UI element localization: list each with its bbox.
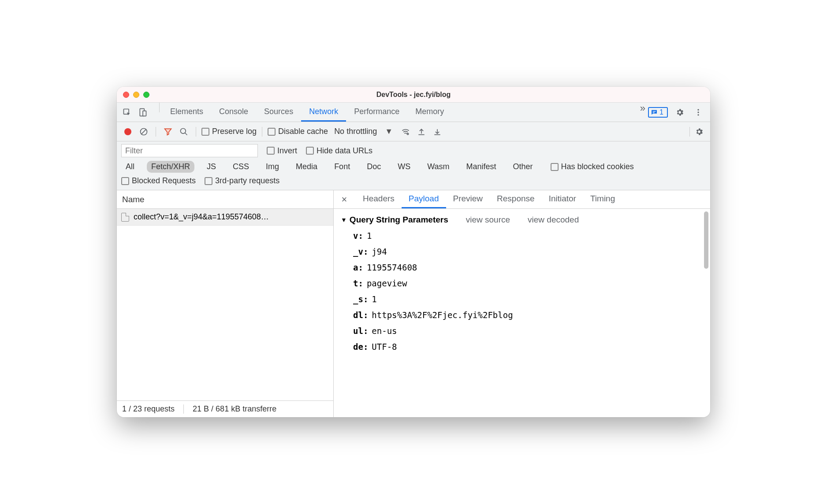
view-decoded-link[interactable]: view decoded bbox=[528, 215, 579, 225]
param-value: 1 bbox=[372, 294, 376, 304]
svg-line-9 bbox=[141, 129, 146, 134]
filter-icon[interactable] bbox=[161, 125, 175, 138]
third-party-checkbox[interactable]: 3rd-party requests bbox=[205, 176, 279, 185]
inspect-element-icon[interactable] bbox=[120, 106, 134, 119]
filter-type-wasm[interactable]: Wasm bbox=[423, 161, 454, 173]
divider bbox=[156, 127, 156, 137]
settings-icon[interactable] bbox=[673, 106, 686, 119]
export-har-icon[interactable] bbox=[431, 125, 444, 138]
chat-icon bbox=[651, 109, 658, 116]
query-param-row: _s:1 bbox=[353, 294, 703, 304]
query-param-row: t:pageview bbox=[353, 278, 703, 288]
record-button[interactable] bbox=[121, 125, 134, 138]
scrollbar[interactable] bbox=[704, 211, 708, 269]
payload-body: ▼ Query String Parameters view source vi… bbox=[334, 209, 710, 417]
maximize-window-button[interactable] bbox=[143, 92, 149, 98]
param-key: de: bbox=[353, 342, 368, 352]
param-value: j94 bbox=[372, 247, 387, 256]
filter-type-doc[interactable]: Doc bbox=[362, 161, 385, 173]
param-value: pageview bbox=[367, 278, 407, 288]
tab-console[interactable]: Console bbox=[211, 103, 256, 122]
divider bbox=[196, 127, 196, 137]
more-tabs-icon[interactable]: » bbox=[637, 103, 648, 122]
filter-type-js[interactable]: JS bbox=[202, 161, 220, 173]
network-settings-icon[interactable] bbox=[693, 125, 706, 138]
filter-type-fetch-xhr[interactable]: Fetch/XHR bbox=[147, 161, 194, 173]
filter-type-ws[interactable]: WS bbox=[393, 161, 415, 173]
param-value: 1 bbox=[367, 231, 372, 241]
minimize-window-button[interactable] bbox=[133, 92, 139, 98]
disclosure-triangle-icon: ▼ bbox=[341, 216, 347, 223]
clear-button[interactable] bbox=[137, 125, 150, 138]
svg-point-10 bbox=[181, 128, 186, 133]
main-tabbar: ElementsConsoleSourcesNetworkPerformance… bbox=[117, 103, 710, 122]
view-source-link[interactable]: view source bbox=[466, 215, 510, 225]
svg-rect-4 bbox=[653, 112, 655, 113]
tab-sources[interactable]: Sources bbox=[256, 103, 301, 122]
tab-performance[interactable]: Performance bbox=[346, 103, 407, 122]
kebab-menu-icon[interactable] bbox=[692, 106, 705, 119]
request-list: collect?v=1&_v=j94&a=1195574608… bbox=[117, 209, 333, 400]
param-key: v: bbox=[353, 231, 363, 241]
filter-type-img[interactable]: Img bbox=[261, 161, 283, 173]
detail-tab-response[interactable]: Response bbox=[490, 190, 542, 208]
divider bbox=[689, 127, 690, 137]
tab-elements[interactable]: Elements bbox=[162, 103, 211, 122]
param-value: en-us bbox=[372, 326, 397, 336]
filter-type-other[interactable]: Other bbox=[509, 161, 537, 173]
status-bar: 1 / 23 requests 21 B / 681 kB transferre bbox=[117, 400, 333, 417]
request-count: 1 / 23 requests bbox=[122, 404, 175, 414]
svg-line-11 bbox=[185, 133, 187, 135]
issues-count: 1 bbox=[659, 108, 663, 116]
filter-type-all[interactable]: All bbox=[121, 161, 139, 173]
network-content: Name collect?v=1&_v=j94&a=1195574608… 1 … bbox=[117, 190, 710, 417]
detail-tab-headers[interactable]: Headers bbox=[356, 190, 402, 208]
svg-point-12 bbox=[407, 133, 409, 135]
traffic-lights bbox=[123, 92, 149, 98]
import-har-icon[interactable] bbox=[415, 125, 428, 138]
file-icon bbox=[121, 213, 129, 222]
throttling-select[interactable]: No throttling ▼ bbox=[331, 127, 396, 136]
tab-memory[interactable]: Memory bbox=[407, 103, 452, 122]
filter-type-media[interactable]: Media bbox=[291, 161, 322, 173]
svg-rect-2 bbox=[143, 111, 146, 116]
hide-data-urls-checkbox[interactable]: Hide data URLs bbox=[306, 146, 373, 156]
search-icon[interactable] bbox=[177, 125, 190, 138]
query-param-row: ul:en-us bbox=[353, 326, 703, 336]
query-param-row: de:UTF-8 bbox=[353, 342, 703, 352]
close-detail-button[interactable]: × bbox=[336, 190, 352, 208]
filter-type-font[interactable]: Font bbox=[330, 161, 354, 173]
param-key: _v: bbox=[353, 247, 368, 256]
detail-tab-initiator[interactable]: Initiator bbox=[542, 190, 583, 208]
param-key: ul: bbox=[353, 326, 368, 336]
detail-tab-payload[interactable]: Payload bbox=[402, 190, 446, 208]
issues-badge[interactable]: 1 bbox=[648, 107, 668, 118]
filter-type-css[interactable]: CSS bbox=[228, 161, 253, 173]
close-window-button[interactable] bbox=[123, 92, 129, 98]
disable-cache-checkbox[interactable]: Disable cache bbox=[268, 127, 328, 136]
request-detail-pane: × HeadersPayloadPreviewResponseInitiator… bbox=[334, 190, 710, 417]
query-params-section-toggle[interactable]: ▼ Query String Parameters bbox=[341, 215, 448, 225]
tab-network[interactable]: Network bbox=[301, 103, 346, 122]
request-row[interactable]: collect?v=1&_v=j94&a=1195574608… bbox=[117, 209, 333, 226]
has-blocked-cookies-checkbox[interactable]: Has blocked cookies bbox=[551, 162, 634, 171]
name-column-header[interactable]: Name bbox=[117, 190, 333, 209]
detail-tab-preview[interactable]: Preview bbox=[446, 190, 490, 208]
preserve-log-checkbox[interactable]: Preserve log bbox=[201, 127, 257, 136]
divider bbox=[262, 127, 262, 137]
divider bbox=[159, 103, 160, 112]
chevron-down-icon: ▼ bbox=[385, 127, 393, 136]
device-toolbar-icon[interactable] bbox=[136, 106, 149, 119]
detail-tab-timing[interactable]: Timing bbox=[583, 190, 622, 208]
blocked-requests-checkbox[interactable]: Blocked Requests bbox=[121, 176, 196, 185]
transfer-size: 21 B / 681 kB transferre bbox=[193, 404, 276, 414]
param-value: UTF-8 bbox=[372, 342, 397, 352]
network-filterbar: Invert Hide data URLs AllFetch/XHRJSCSSI… bbox=[117, 141, 710, 190]
filter-input[interactable] bbox=[121, 144, 258, 157]
svg-point-5 bbox=[697, 109, 699, 110]
network-conditions-icon[interactable] bbox=[399, 125, 412, 138]
invert-checkbox[interactable]: Invert bbox=[267, 146, 297, 156]
svg-point-7 bbox=[697, 114, 699, 115]
filter-type-manifest[interactable]: Manifest bbox=[462, 161, 501, 173]
param-key: a: bbox=[353, 263, 363, 272]
